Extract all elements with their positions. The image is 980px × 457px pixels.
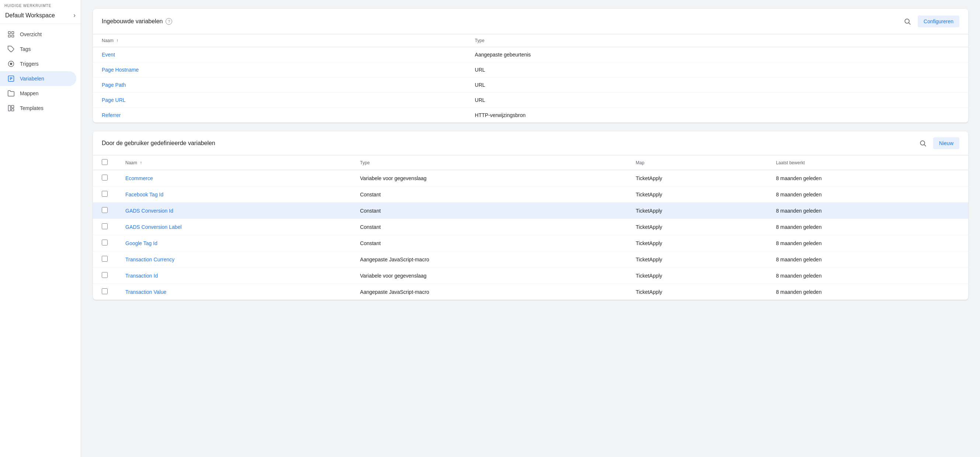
map-cell: TicketApply bbox=[627, 219, 767, 235]
row-checkbox[interactable] bbox=[102, 223, 108, 229]
table-row: GADS Conversion Id Constant TicketApply … bbox=[93, 203, 968, 219]
type-cell: URL bbox=[466, 62, 968, 78]
builtin-title: Ingebouwde variabelen ? bbox=[102, 18, 172, 25]
col-type-header: Type bbox=[466, 34, 968, 47]
map-cell: TicketApply bbox=[627, 203, 767, 219]
builtin-header: Ingebouwde variabelen ? Configureren bbox=[93, 9, 968, 34]
help-icon[interactable]: ? bbox=[165, 18, 172, 25]
new-variable-button[interactable]: Nieuw bbox=[933, 137, 959, 149]
variable-icon bbox=[7, 75, 15, 82]
checkbox-cell bbox=[93, 170, 116, 186]
svg-point-16 bbox=[920, 141, 925, 145]
table-row: Event Aangepaste gebeurtenis bbox=[93, 47, 968, 62]
table-row: Page Path URL bbox=[93, 78, 968, 93]
type-cell: URL bbox=[466, 78, 968, 93]
sort-up-icon: ↑ bbox=[140, 160, 142, 165]
sidebar-item-templates[interactable]: Templates bbox=[0, 101, 76, 115]
row-checkbox[interactable] bbox=[102, 256, 108, 262]
row-checkbox[interactable] bbox=[102, 288, 108, 294]
naam-cell: Transaction Id bbox=[116, 268, 352, 284]
sidebar-item-label: Templates bbox=[20, 105, 43, 111]
table-row: Transaction Value Aangepaste JavaScript-… bbox=[93, 284, 968, 300]
variable-link[interactable]: Ecommerce bbox=[126, 175, 153, 181]
last-cell: 8 maanden geleden bbox=[767, 170, 968, 186]
sidebar-item-overzicht[interactable]: Overzicht bbox=[0, 27, 76, 42]
variable-link[interactable]: Transaction Id bbox=[126, 273, 158, 279]
last-cell: 8 maanden geleden bbox=[767, 235, 968, 251]
table-row: Referrer HTTP-verwijzingsbron bbox=[93, 108, 968, 123]
row-checkbox[interactable] bbox=[102, 272, 108, 278]
variable-link[interactable]: Page URL bbox=[102, 97, 126, 103]
variable-link[interactable]: Google Tag Id bbox=[126, 240, 158, 246]
variable-link[interactable]: Event bbox=[102, 52, 115, 58]
workspace-section: HUIDIGE WERKRUIMTE Default Workspace › bbox=[0, 0, 81, 24]
checkbox-cell bbox=[93, 235, 116, 251]
row-checkbox[interactable] bbox=[102, 174, 108, 181]
svg-point-6 bbox=[10, 63, 12, 65]
variable-link[interactable]: Transaction Value bbox=[126, 289, 166, 295]
table-row: Transaction Id Variabele voor gegevensla… bbox=[93, 268, 968, 284]
naam-cell: GADS Conversion Label bbox=[116, 219, 352, 235]
last-cell: 8 maanden geleden bbox=[767, 219, 968, 235]
builtin-actions: Configureren bbox=[902, 16, 959, 27]
last-cell: 8 maanden geleden bbox=[767, 251, 968, 268]
variable-link[interactable]: Transaction Currency bbox=[126, 257, 174, 262]
table-row: Transaction Currency Aangepaste JavaScri… bbox=[93, 251, 968, 268]
sidebar-item-label: Variabelen bbox=[20, 76, 44, 81]
folder-icon bbox=[7, 90, 15, 97]
sidebar-item-label: Mappen bbox=[20, 90, 39, 96]
sidebar-item-triggers[interactable]: Triggers bbox=[0, 56, 76, 71]
user-vars-header: Door de gebruiker gedefinieerde variabel… bbox=[93, 131, 968, 155]
variable-link[interactable]: GADS Conversion Label bbox=[126, 224, 182, 230]
workspace-label: HUIDIGE WERKRUIMTE bbox=[5, 4, 76, 8]
col-last-header: Laatst bewerkt bbox=[767, 155, 968, 170]
sidebar-item-label: Tags bbox=[20, 46, 31, 52]
map-cell: TicketApply bbox=[627, 284, 767, 300]
select-all-checkbox[interactable] bbox=[102, 159, 108, 165]
map-cell: TicketApply bbox=[627, 186, 767, 203]
main-content: Ingebouwde variabelen ? Configureren Naa… bbox=[81, 0, 980, 457]
workspace-button[interactable]: Default Workspace › bbox=[5, 10, 76, 21]
naam-cell: Ecommerce bbox=[116, 170, 352, 186]
configure-button[interactable]: Configureren bbox=[918, 16, 959, 27]
workspace-name: Default Workspace bbox=[5, 12, 55, 19]
col-checkbox-header bbox=[93, 155, 116, 170]
template-icon bbox=[7, 104, 15, 112]
sidebar-item-variabelen[interactable]: Variabelen bbox=[0, 71, 76, 86]
svg-rect-11 bbox=[8, 105, 11, 111]
table-row: GADS Conversion Label Constant TicketApp… bbox=[93, 219, 968, 235]
table-row: Page URL URL bbox=[93, 93, 968, 108]
search-button[interactable] bbox=[902, 16, 913, 27]
trigger-icon bbox=[7, 60, 15, 67]
svg-line-15 bbox=[909, 23, 911, 25]
variable-link[interactable]: GADS Conversion Id bbox=[126, 208, 173, 214]
col-naam-header: Naam ↑ bbox=[93, 34, 466, 47]
svg-rect-0 bbox=[8, 32, 11, 34]
row-checkbox[interactable] bbox=[102, 240, 108, 246]
grid-icon bbox=[7, 30, 15, 38]
col-type-user-header: Type bbox=[352, 155, 627, 170]
sidebar-item-mappen[interactable]: Mappen bbox=[0, 86, 76, 101]
variable-link[interactable]: Page Hostname bbox=[102, 67, 138, 73]
svg-rect-1 bbox=[12, 32, 14, 34]
map-cell: TicketApply bbox=[627, 170, 767, 186]
naam-cell: Transaction Currency bbox=[116, 251, 352, 268]
variable-link[interactable]: Page Path bbox=[102, 82, 126, 88]
last-cell: 8 maanden geleden bbox=[767, 186, 968, 203]
tag-icon bbox=[7, 45, 15, 53]
naam-cell: Page Path bbox=[93, 78, 466, 93]
naam-cell: Facebook Tag Id bbox=[116, 186, 352, 203]
sidebar: HUIDIGE WERKRUIMTE Default Workspace › O… bbox=[0, 0, 81, 457]
map-cell: TicketApply bbox=[627, 235, 767, 251]
sidebar-item-tags[interactable]: Tags bbox=[0, 42, 76, 56]
last-cell: 8 maanden geleden bbox=[767, 284, 968, 300]
variable-link[interactable]: Referrer bbox=[102, 112, 121, 118]
sidebar-item-label: Triggers bbox=[20, 61, 39, 67]
col-map-header: Map bbox=[627, 155, 767, 170]
row-checkbox[interactable] bbox=[102, 207, 108, 213]
checkbox-cell bbox=[93, 186, 116, 203]
variable-link[interactable]: Facebook Tag Id bbox=[126, 192, 163, 198]
row-checkbox[interactable] bbox=[102, 191, 108, 197]
last-cell: 8 maanden geleden bbox=[767, 203, 968, 219]
search-user-vars-button[interactable] bbox=[917, 137, 929, 149]
